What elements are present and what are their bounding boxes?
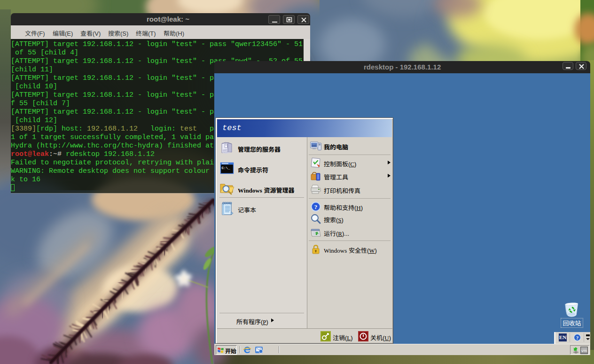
svg-text:?: ?: [576, 335, 579, 341]
svg-text:C:\_: C:\_: [222, 166, 231, 170]
svg-text:?: ?: [314, 203, 318, 210]
svg-text:vm: vm: [581, 349, 587, 353]
